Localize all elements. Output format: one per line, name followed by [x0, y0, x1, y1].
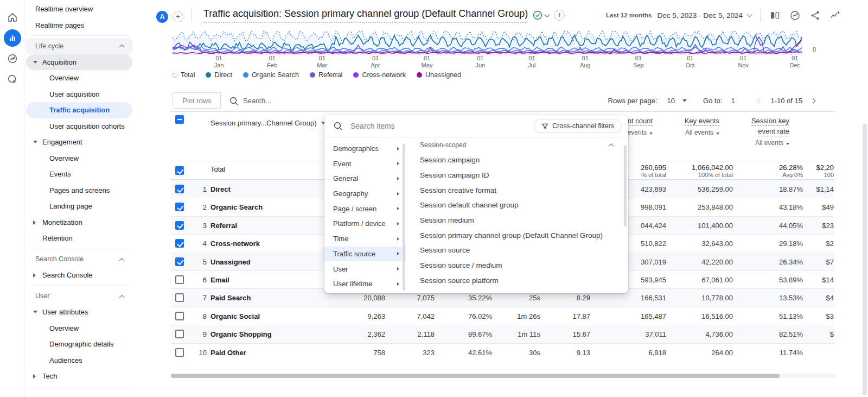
legend-total[interactable]: Total [173, 71, 195, 79]
share-icon[interactable] [809, 9, 821, 21]
select-all-checkbox[interactable] [175, 115, 184, 124]
dimension-item-session-medium[interactable]: Session medium [413, 213, 623, 228]
dimension-item-session-creative-format[interactable]: Session creative format [413, 182, 623, 198]
sidebar-section-search-console[interactable]: Search Console [26, 251, 132, 268]
legend-referral[interactable]: Referral [310, 71, 342, 79]
row-checkbox-email[interactable] [175, 275, 184, 284]
collapse-section-icon[interactable] [119, 45, 125, 50]
comparison-icon[interactable] [769, 9, 781, 21]
page-vertical-scrollbar[interactable] [863, 124, 867, 395]
sidebar-item-overview[interactable]: Overview [26, 70, 132, 86]
advertising-icon[interactable] [4, 50, 21, 67]
collapse-section-icon[interactable] [609, 143, 614, 148]
previous-page-icon[interactable] [757, 98, 763, 103]
sidebar-item-user-acquisition-cohorts[interactable]: User acquisition cohorts [26, 118, 132, 135]
sidebar-item-overview[interactable]: Overview [26, 320, 132, 337]
legend-unassigned[interactable]: Unassigned [417, 71, 461, 79]
sidebar-section-life-cycle[interactable]: Life cycle [26, 38, 132, 54]
row-checkbox-organic-search[interactable] [175, 203, 184, 211]
avatar[interactable]: A [156, 11, 168, 23]
verified-badge-icon[interactable] [533, 10, 549, 20]
column-header-key-events[interactable]: Key eventsAll events [685, 117, 719, 136]
cross-channel-filters-button[interactable]: Cross-channel filters [534, 119, 622, 133]
sidebar-item-realtime-overview[interactable]: Realtime overview [26, 1, 132, 17]
dimension-category-geography[interactable]: Geography [324, 186, 406, 201]
dimension-item-session-default-channel-group[interactable]: Session default channel group [413, 198, 623, 213]
row-checkbox-paid-other[interactable] [175, 348, 184, 357]
dimension-category-event[interactable]: Event [324, 156, 406, 171]
goto-page-input[interactable] [731, 97, 745, 105]
sidebar-item-label: User acquisition cohorts [49, 122, 125, 130]
dimension-item-session-primary-channel-group-default-channel-group[interactable]: Session primary channel group (Default C… [413, 228, 623, 243]
sidebar-group-tech[interactable]: Tech [26, 368, 132, 385]
next-page-icon[interactable] [810, 98, 816, 103]
sidebar-item-pages-and-screens[interactable]: Pages and screens [26, 182, 132, 199]
row-checkbox-direct[interactable] [175, 185, 184, 193]
table-horizontal-scrollbar-thumb[interactable] [171, 374, 780, 378]
dimension-category-general[interactable]: General [324, 171, 406, 186]
sidebar-item-traffic-acquisition[interactable]: Traffic acquisition [26, 102, 132, 118]
dimension-item-session-source-platform[interactable]: Session source platform [413, 273, 623, 288]
sidebar-item-realtime-pages[interactable]: Realtime pages [26, 17, 132, 34]
legend-direct[interactable]: Direct [206, 71, 232, 79]
row-checkbox-organic-social[interactable] [175, 312, 184, 320]
legend-organic-search[interactable]: Organic Search [243, 71, 299, 79]
explore-icon[interactable] [4, 71, 21, 88]
dimension-category-custom[interactable]: Custom [324, 137, 406, 141]
dimension-item-session-campaign-id[interactable]: Session campaign ID [413, 168, 623, 183]
category-list-scrollbar[interactable] [403, 144, 405, 291]
total-row-checkbox[interactable] [175, 166, 184, 175]
rows-per-page-chevron-icon[interactable] [682, 99, 687, 102]
legend-cross-network[interactable]: Cross-network [353, 71, 406, 79]
dimension-search-input[interactable] [350, 122, 534, 130]
dimension-category-page-screen[interactable]: Page / screen [324, 201, 406, 216]
sidebar-item-overview[interactable]: Overview [26, 150, 132, 167]
collapse-section-icon[interactable] [119, 294, 125, 300]
dimension-category-time[interactable]: Time [324, 231, 406, 247]
add-metric-icon[interactable]: + [554, 10, 565, 21]
collapse-section-icon[interactable] [119, 257, 125, 263]
rows-per-page-value[interactable]: 10 [667, 97, 675, 105]
report-title[interactable]: Traffic acquisition: Session primary cha… [203, 8, 528, 23]
sidebar-group-search-console[interactable]: Search Console [26, 267, 132, 283]
table-search-input[interactable] [243, 93, 406, 108]
sidebar-group-user-attributes[interactable]: User attributes [26, 304, 132, 320]
dimension-item-session-source[interactable]: Session source [413, 243, 623, 258]
dimension-category-user-lifetime[interactable]: User lifetime [324, 276, 406, 292]
dimension-item-session-source-medium[interactable]: Session source / medium [413, 258, 623, 273]
add-comparison-icon[interactable]: + [173, 11, 183, 22]
sidebar-item-landing-page[interactable]: Landing page [26, 198, 132, 215]
row-checkbox-paid-search[interactable] [175, 293, 184, 302]
reports-icon[interactable] [4, 29, 21, 47]
sidebar-item-audiences[interactable]: Audiences [26, 352, 132, 369]
custom-insights-icon[interactable] [829, 9, 841, 21]
row-checkbox-organic-shopping[interactable] [175, 330, 184, 338]
date-range-value[interactable]: Dec 5, 2023 - Dec 5, 2024 [657, 11, 743, 20]
dimension-header-button[interactable]: Session primary...Channel Group) [210, 119, 326, 127]
plot-rows-button[interactable]: Plot rows [173, 92, 221, 109]
insights-icon[interactable] [789, 9, 801, 21]
dimension-category-platform-device[interactable]: Platform / device [324, 216, 406, 231]
sidebar-group-acquisition[interactable]: Acquisition [26, 54, 132, 71]
sidebar-group-engagement[interactable]: Engagement [26, 134, 132, 150]
metric-event-selector[interactable]: All events [685, 129, 719, 136]
sidebar-item-user-acquisition[interactable]: User acquisition [26, 86, 132, 103]
row-checkbox-cross-network[interactable] [175, 239, 184, 248]
dimension-category-user[interactable]: User [324, 261, 406, 276]
row-checkbox-unassigned[interactable] [175, 257, 184, 266]
column-header-session-key-event-rate[interactable]: Session keyevent rateAll events [751, 117, 789, 147]
dimension-category-traffic-source[interactable]: Traffic source [324, 247, 406, 262]
metric-event-selector[interactable]: All events [751, 139, 789, 147]
sidebar-group-monetization[interactable]: Monetization [26, 215, 132, 231]
sidebar-item-retention[interactable]: Retention [26, 230, 132, 247]
dimension-category-demographics[interactable]: Demographics [324, 141, 406, 156]
dimension-item-session-campaign[interactable]: Session campaign [413, 153, 623, 168]
item-list-scrollbar[interactable] [624, 145, 627, 226]
row-checkbox-referral[interactable] [175, 221, 184, 230]
sidebar-item-demographic-details[interactable]: Demographic details [26, 336, 132, 352]
table-horizontal-scrollbar[interactable] [171, 374, 835, 378]
sidebar-item-events[interactable]: Events [26, 166, 132, 182]
home-icon[interactable] [4, 9, 21, 26]
sidebar-section-user[interactable]: User [26, 288, 132, 305]
tick-day: 01 [356, 55, 394, 62]
